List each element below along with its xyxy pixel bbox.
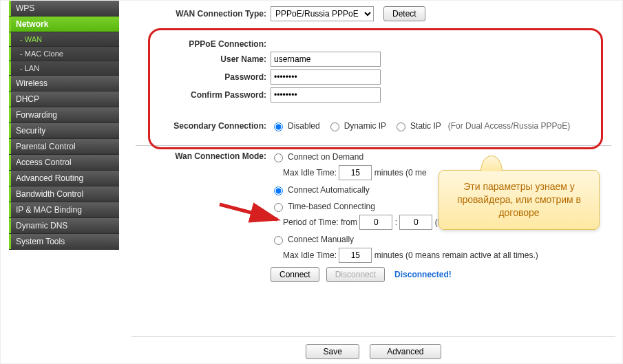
mode-manual-radio[interactable] bbox=[274, 236, 283, 245]
idle-input-2[interactable] bbox=[339, 248, 372, 263]
sidebar-item-forwarding[interactable]: Forwarding bbox=[9, 107, 119, 123]
secondary-label: Secondary Connection: bbox=[136, 121, 271, 131]
period-label: Period of Time: from bbox=[283, 217, 357, 227]
mode-label: Wan Connection Mode: bbox=[136, 151, 271, 161]
mode-time-radio[interactable] bbox=[274, 203, 283, 212]
sidebar-item-dhcp[interactable]: DHCP bbox=[9, 92, 119, 107]
detect-button[interactable]: Detect bbox=[383, 6, 425, 21]
password-input[interactable] bbox=[271, 69, 381, 85]
sidebar-item-wireless[interactable]: Wireless bbox=[9, 76, 119, 92]
mode-manual[interactable]: Connect Manually bbox=[271, 234, 611, 245]
sidebar-item-access-control[interactable]: Access Control bbox=[9, 155, 119, 171]
advanced-button[interactable]: Advanced bbox=[370, 344, 441, 359]
bottom-bar: Save Advanced bbox=[131, 336, 615, 359]
connection-status: Disconnected! bbox=[394, 270, 452, 279]
mode-time-label: Time-based Connecting bbox=[288, 202, 375, 211]
secondary-disabled-label: Disabled bbox=[288, 121, 320, 131]
annotation-note: Эти параметры узнаем у провайдера, или с… bbox=[439, 170, 600, 230]
mode-demand-radio[interactable] bbox=[274, 153, 283, 162]
mode-demand[interactable]: Connect on Demand bbox=[271, 151, 611, 162]
sidebar-item-system-tools[interactable]: System Tools bbox=[9, 234, 119, 250]
sidebar-sub-lan[interactable]: - LAN bbox=[9, 61, 119, 76]
secondary-static[interactable]: Static IP bbox=[393, 120, 441, 131]
pppoe-heading: PPPoE Connection: bbox=[136, 39, 271, 49]
sidebar-item-network[interactable]: Network bbox=[9, 17, 119, 32]
wan-type-select[interactable]: PPPoE/Russia PPPoE bbox=[271, 6, 374, 21]
secondary-dynamic[interactable]: Dynamic IP bbox=[327, 120, 386, 131]
period-from-m[interactable] bbox=[399, 215, 432, 230]
idle-unit-1: minutes (0 me bbox=[374, 168, 427, 178]
connect-button[interactable]: Connect bbox=[271, 267, 319, 282]
secondary-dynamic-label: Dynamic IP bbox=[344, 121, 386, 131]
sidebar: WPS Network - WAN - MAC Clone - LAN Wire… bbox=[9, 1, 119, 250]
sidebar-item-wps[interactable]: WPS bbox=[9, 1, 119, 17]
idle-label-1: Max Idle Time: bbox=[283, 168, 337, 178]
idle-label-2: Max Idle Time: bbox=[283, 250, 337, 260]
sidebar-sub-mac-clone[interactable]: - MAC Clone bbox=[9, 47, 119, 61]
idle-input-1[interactable] bbox=[339, 165, 372, 180]
secondary-disabled[interactable]: Disabled bbox=[271, 120, 320, 131]
secondary-hint: (For Dual Access/Russia PPPoE) bbox=[448, 121, 570, 131]
mode-manual-label: Connect Manually bbox=[288, 235, 354, 244]
sidebar-item-security[interactable]: Security bbox=[9, 123, 119, 139]
mode-auto-radio[interactable] bbox=[274, 186, 283, 195]
sidebar-item-bandwidth-control[interactable]: Bandwidth Control bbox=[9, 186, 119, 202]
sidebar-sub-wan[interactable]: - WAN bbox=[9, 32, 119, 47]
sidebar-item-advanced-routing[interactable]: Advanced Routing bbox=[9, 171, 119, 186]
wan-type-label: WAN Connection Type: bbox=[136, 9, 271, 19]
secondary-disabled-radio[interactable] bbox=[274, 122, 283, 131]
mode-auto-label: Connect Automatically bbox=[288, 185, 370, 195]
idle-unit-2: minutes (0 means remain active at all ti… bbox=[374, 250, 538, 260]
username-label: User Name: bbox=[136, 54, 271, 64]
sidebar-item-ip-mac-binding[interactable]: IP & MAC Binding bbox=[9, 202, 119, 218]
secondary-static-label: Static IP bbox=[410, 121, 441, 131]
save-button[interactable]: Save bbox=[306, 344, 359, 359]
confirm-password-label: Confirm Password: bbox=[136, 90, 271, 100]
mode-demand-label: Connect on Demand bbox=[288, 152, 363, 162]
period-from-h[interactable] bbox=[359, 215, 392, 230]
sidebar-item-dynamic-dns[interactable]: Dynamic DNS bbox=[9, 218, 119, 234]
confirm-password-input[interactable] bbox=[271, 87, 381, 103]
secondary-dynamic-radio[interactable] bbox=[330, 122, 339, 131]
secondary-static-radio[interactable] bbox=[397, 122, 405, 131]
password-label: Password: bbox=[136, 72, 271, 82]
username-input[interactable] bbox=[271, 52, 381, 67]
disconnect-button[interactable]: Disconnect bbox=[326, 267, 385, 282]
sidebar-item-parental-control[interactable]: Parental Control bbox=[9, 139, 119, 155]
